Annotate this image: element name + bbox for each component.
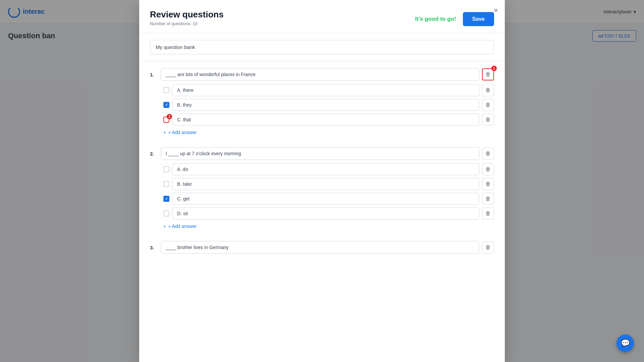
- answer-input-1b[interactable]: [172, 99, 479, 111]
- chat-icon: 💬: [621, 339, 630, 348]
- question-number-2: 2.: [150, 151, 158, 157]
- good-to-go-label: It's good to go!: [415, 16, 456, 22]
- delete-btn-wrapper-1: 🗑 1: [482, 68, 494, 80]
- delete-answer-button-1c[interactable]: 🗑: [482, 114, 494, 126]
- delete-answer-button-2a[interactable]: 🗑: [482, 163, 494, 175]
- question-block-2: 2. 🗑 🗑 🗑: [150, 147, 494, 230]
- answer-input-1c[interactable]: [172, 114, 479, 126]
- answer-checkbox-2d[interactable]: [163, 210, 169, 217]
- modal-subtitle: Number of questions: 10: [150, 21, 415, 26]
- answer-input-2c[interactable]: [172, 193, 479, 205]
- question-block-3: 3. 🗑: [150, 241, 494, 254]
- answer-row-1c: 2 🗑: [163, 114, 494, 126]
- close-button[interactable]: ×: [494, 7, 498, 14]
- question-input-2[interactable]: [161, 147, 479, 160]
- question-number-1: 1.: [150, 72, 158, 77]
- delete-answer-button-2d[interactable]: 🗑: [482, 207, 494, 220]
- delete-question-button-2[interactable]: 🗑: [482, 147, 494, 160]
- answer-row-1a: 🗑: [163, 84, 494, 96]
- question-row-2: 2. 🗑: [150, 147, 494, 160]
- answer-checkbox-2c[interactable]: [163, 196, 169, 202]
- answer-row-2b: 🗑: [163, 178, 494, 190]
- chat-button[interactable]: 💬: [616, 335, 634, 352]
- question-block-1: 1. 🗑 1 🗑 🗑: [150, 68, 494, 136]
- review-questions-modal: Review questions Number of questions: 10…: [139, 0, 505, 362]
- save-button[interactable]: Save: [463, 12, 494, 26]
- answers-section-1: 🗑 🗑 2 🗑 +: [150, 84, 494, 136]
- header-actions: It's good to go! Save: [415, 12, 494, 26]
- questions-list: 1. 🗑 1 🗑 🗑: [139, 61, 505, 362]
- error-badge-1: 1: [491, 66, 497, 71]
- modal-title: Review questions: [150, 9, 415, 20]
- modal-title-section: Review questions Number of questions: 10: [150, 9, 415, 26]
- delete-answer-button-2b[interactable]: 🗑: [482, 178, 494, 190]
- delete-question-button-3[interactable]: 🗑: [482, 241, 494, 253]
- delete-answer-button-1a[interactable]: 🗑: [482, 84, 494, 96]
- error-badge-2: 2: [167, 114, 172, 119]
- bank-name-section: [139, 33, 505, 61]
- question-row-1: 1. 🗑 1: [150, 68, 494, 81]
- answer-row-2c: 🗑: [163, 193, 494, 205]
- checkbox-badge-1c: 2: [163, 117, 169, 123]
- answer-checkbox-2a[interactable]: [163, 166, 169, 172]
- answer-input-2a[interactable]: [172, 163, 479, 175]
- add-answer-label-1: + Add answer: [168, 130, 197, 135]
- bank-name-input[interactable]: [150, 40, 494, 54]
- answer-checkbox-1b[interactable]: [163, 102, 169, 108]
- question-input-3[interactable]: [161, 241, 479, 254]
- modal-header: Review questions Number of questions: 10…: [139, 0, 505, 33]
- answer-input-1a[interactable]: [172, 84, 479, 96]
- answer-row-1b: 🗑: [163, 99, 494, 111]
- plus-icon: +: [163, 130, 166, 135]
- add-answer-button-1[interactable]: + + Add answer: [163, 128, 197, 136]
- answer-input-2d[interactable]: [172, 207, 479, 220]
- answer-row-2d: 🗑: [163, 207, 494, 220]
- delete-answer-button-1b[interactable]: 🗑: [482, 99, 494, 111]
- answer-row-2a: 🗑: [163, 163, 494, 175]
- delete-answer-button-2c[interactable]: 🗑: [482, 193, 494, 205]
- question-number-3: 3.: [150, 245, 158, 250]
- answer-input-2b[interactable]: [172, 178, 479, 190]
- answer-checkbox-2b[interactable]: [163, 181, 169, 187]
- add-answer-label-2: + Add answer: [168, 224, 197, 229]
- question-row-3: 3. 🗑: [150, 241, 494, 254]
- plus-icon-2: +: [163, 224, 166, 229]
- answer-checkbox-1a[interactable]: [163, 87, 169, 93]
- answers-section-2: 🗑 🗑 🗑 🗑: [150, 163, 494, 230]
- question-input-1[interactable]: [161, 68, 479, 81]
- add-answer-button-2[interactable]: + + Add answer: [163, 222, 197, 230]
